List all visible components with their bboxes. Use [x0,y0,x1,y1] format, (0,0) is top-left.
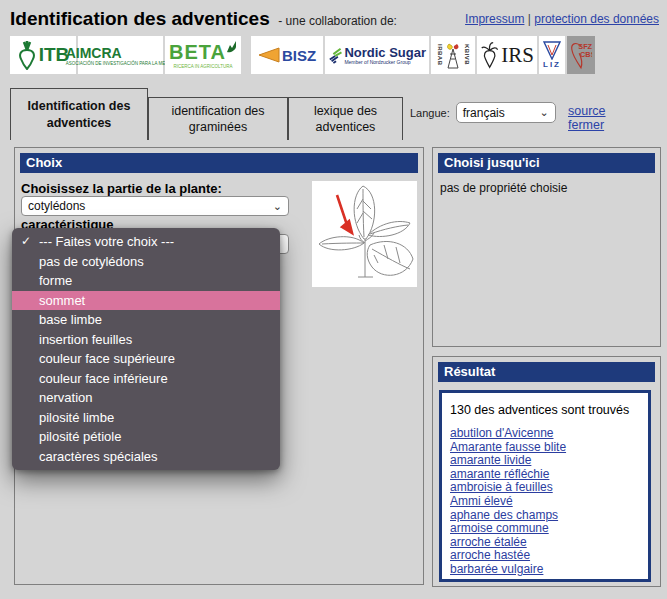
logo-aimcra-subtext: ASOCIACIÓN DE INVESTIGACIÓN PARA LA MEJO… [66,61,178,66]
logo-irs-text: IRS [501,43,534,68]
plant-part-label: Choisissez la partie de la plante: [21,181,222,196]
link-separator: | [528,12,531,26]
header: Identification des adventices - une coll… [10,8,480,30]
plant-part-select[interactable]: cotylédons ⌄ [21,196,289,216]
logo-irbab-text-right: KBIVB [463,44,470,65]
menu-item-pilosite-petiole[interactable]: pilosité pétiole [12,427,280,447]
result-list-box[interactable]: 130 des adventices sont trouvés abutilon… [439,390,651,582]
logo-irbab[interactable]: IRBAB KBIVB [431,36,475,74]
result-link[interactable]: amarante livide [450,454,640,468]
privacy-link[interactable]: protection des données [534,12,659,26]
plant-illustration [312,181,417,287]
irs-beet-icon [480,40,499,70]
logo-liz[interactable]: LIZ [539,36,565,74]
result-link[interactable]: arroche hastée [450,549,640,563]
result-panel: Résultat 130 des adventices sont trouvés… [432,356,661,587]
logo-bisz-text: BISZ [282,47,316,64]
logo-beta-text: BETA [169,41,226,64]
tab-lexique-adventices[interactable]: lexique des adventices [288,97,403,140]
irbab-beet-icon [445,40,461,70]
result-panel-header: Résultat [438,362,655,382]
logo-irs[interactable]: IRS [477,36,537,74]
plant-part-select-value: cotylédons [28,199,85,213]
source-link[interactable]: source [568,104,606,118]
logo-irbab-text-left: IRBAB [436,44,443,66]
menu-item-nervation[interactable]: nervation [12,388,280,408]
logo-bisz[interactable]: BISZ [251,36,323,74]
language-label: Langue: [410,107,450,119]
tab-row: Identification des adventices identifica… [0,88,667,140]
result-link[interactable]: Ammi élevé [450,495,640,509]
beta-leaf-icon [226,41,237,53]
chosen-panel-header: Choisi jusqu'ici [438,153,655,173]
menu-item-couleur-face-superieure[interactable]: couleur face supérieure [12,349,280,369]
logo-nordic-text: Nordic Sugar [344,45,426,60]
tab-identification-graminees[interactable]: identification des graminées [148,97,288,140]
result-link[interactable]: barbarée vulgaire [450,563,640,577]
menu-item-couleur-face-inferieure[interactable]: couleur face inférieure [12,369,280,389]
result-link[interactable]: amarante réfléchie [450,468,640,482]
tab-identification-adventices[interactable]: Identification des adventices [10,88,148,140]
choix-panel-header: Choix [20,153,418,173]
logo-nordic-subtext: Member of Nordzucker Group [344,60,410,65]
bisz-arrow-icon [258,47,280,63]
logo-aimcra[interactable]: AIMCRA ASOCIACIÓN DE INVESTIGACIÓN PARA … [78,36,163,74]
logo-beta-subtext: RICERCA IN AGRICOLTURA [174,64,233,69]
menu-item-pas-de-cotyledons[interactable]: pas de cotylédons [12,252,280,272]
page-subtitle: - une collaboration de: [278,14,397,28]
sfz-beet-icon: SFZ CBS [570,39,592,71]
result-link[interactable]: aphane des champs [450,509,640,523]
result-link[interactable]: abutilon d'Avicenne [450,427,640,441]
menu-item-base-limbe[interactable]: base limbe [12,310,280,330]
result-count-text: 130 des adventices sont trouvés [450,403,640,417]
partner-logo-strip: ITB AIMCRA ASOCIACIÓN DE INVESTIGACIÓN P… [10,36,595,74]
seedling-sketch-icon [312,181,417,287]
menu-item-sommet[interactable]: sommet [12,291,280,311]
result-link[interactable]: Amarante fausse blite [450,441,640,455]
result-link[interactable]: ambroisie à feuilles [450,481,640,495]
check-icon: ✓ [21,232,31,252]
chevron-down-icon: ⌄ [273,200,282,213]
logo-nordic-sugar[interactable]: Nordic Sugar Member of Nordzucker Group [325,36,429,74]
top-links: source fermer [540,104,667,132]
result-link[interactable]: armoise commune [450,522,640,536]
chosen-empty-text: pas de propriété choisie [440,181,567,195]
liz-beet-icon [543,41,561,60]
characteristic-dropdown-menu: ✓ --- Faites votre choix --- pas de coty… [12,228,280,470]
chosen-panel: Choisi jusqu'ici pas de propriété choisi… [432,147,661,347]
menu-item-forme[interactable]: forme [12,271,280,291]
menu-item-insertion-feuilles[interactable]: insertion feuilles [12,330,280,350]
logo-beta[interactable]: BETA RICERCA IN AGRICOLTURA [165,36,241,74]
logo-aimcra-text: AIMCRA [66,45,122,61]
fermer-link[interactable]: fermer [568,118,604,132]
result-link[interactable]: arroche étalée [450,536,640,550]
impressum-link[interactable]: Impressum [465,12,524,26]
itb-beet-icon [17,40,37,70]
language-area: Langue: français ⌄ [410,102,556,123]
logo-sfz-cbs[interactable]: SFZ CBS [567,36,595,74]
logo-liz-text: LIZ [543,60,561,69]
language-select-value: français [463,106,505,120]
weed-identification-page: Identification des adventices - une coll… [0,0,667,599]
nordic-sugar-leaf-icon [328,46,342,64]
menu-item-caracteres-speciales[interactable]: caractères spéciales [12,447,280,467]
page-title: Identification des adventices [10,8,270,29]
menu-item-faites-votre-choix[interactable]: ✓ --- Faites votre choix --- [12,232,280,252]
menu-item-pilosite-limbe[interactable]: pilosité limbe [12,408,280,428]
svg-text:CBS: CBS [580,50,592,59]
header-links: Impressum | protection des données [465,12,659,26]
